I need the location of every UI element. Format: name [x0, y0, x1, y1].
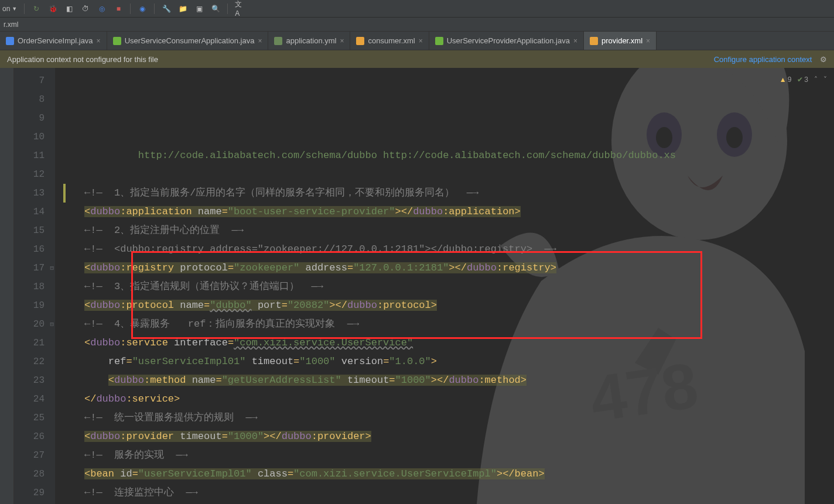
oks-count[interactable]: 3	[797, 70, 808, 89]
tab-label: OrderServiceImpl.java	[18, 36, 93, 45]
tab-application-yml[interactable]: application.yml×	[268, 32, 350, 50]
editor-tabs: OrderServiceImpl.java×UserServiceConsume…	[0, 32, 834, 50]
line-number[interactable]: 26	[14, 427, 45, 446]
line-number[interactable]: 17	[14, 259, 45, 277]
line-number[interactable]: 28	[14, 465, 45, 484]
line-number[interactable]: 18	[14, 277, 45, 296]
code-line[interactable]: ←!— 统一设置服务提供方的规则 —→	[61, 409, 834, 427]
close-icon[interactable]: ×	[419, 37, 423, 45]
line-number[interactable]: 12	[14, 165, 45, 184]
chevron-up-icon[interactable]: ˄	[814, 70, 818, 89]
file-icon	[356, 37, 364, 45]
code-line[interactable]: ←!— 4、暴露服务 ref：指向服务的真正的实现对象 —→	[61, 315, 834, 334]
code-line[interactable]: http://code.alibabatech.com/schema/dubbo…	[61, 146, 834, 165]
line-number[interactable]: 8	[14, 90, 45, 109]
line-number[interactable]: 16	[14, 240, 45, 259]
breadcrumb-text: r.xml	[4, 20, 18, 29]
chevron-down-icon[interactable]: ˅	[823, 70, 827, 89]
file-icon	[274, 37, 282, 45]
line-number[interactable]: 10	[14, 128, 45, 146]
tab-label: UserServiceConsumerApplication.java	[125, 36, 255, 45]
refresh-icon[interactable]: ↻	[32, 4, 41, 13]
code-line[interactable]: <dubbo:method name="getUserAddressList" …	[61, 371, 834, 390]
search-icon[interactable]: 🔍	[211, 4, 220, 13]
debug-bug-icon[interactable]: 🐞	[48, 4, 57, 13]
code-line[interactable]: ←!— 2、指定注册中心的位置 —→	[61, 221, 834, 240]
line-gutter[interactable]: 7891011121314151617181920212223242526272…	[14, 68, 55, 504]
line-number[interactable]: 9	[14, 109, 45, 128]
close-icon[interactable]: ×	[97, 37, 101, 45]
tab-label: consumer.xml	[368, 36, 415, 45]
file-icon	[6, 37, 14, 45]
code-line[interactable]: ←!— 3、指定通信规则（通信协议？通信端口） —→	[61, 277, 834, 296]
file-icon	[113, 37, 121, 45]
line-number[interactable]: 19	[14, 296, 45, 315]
file-icon	[435, 37, 443, 45]
code-line[interactable]: ←!— 连接监控中心 —→	[61, 484, 834, 502]
breadcrumb: r.xml	[0, 18, 834, 32]
code-line[interactable]: ref="userServiceImpl01" timeout="1000" v…	[61, 352, 834, 371]
tab-consumer-xml[interactable]: consumer.xml×	[350, 32, 429, 50]
warnings-count[interactable]: 9	[780, 70, 792, 89]
tab-label: UserServiceProviderApplication.java	[447, 36, 570, 45]
close-icon[interactable]: ×	[573, 37, 577, 45]
file-icon	[590, 37, 598, 45]
line-number[interactable]: 23	[14, 371, 45, 390]
gear-icon[interactable]: ⚙	[820, 55, 827, 64]
close-icon[interactable]: ×	[646, 37, 650, 45]
code-line[interactable]: ←!— 服务的实现 —→	[61, 446, 834, 465]
target-icon[interactable]: ◎	[97, 4, 107, 13]
close-icon[interactable]: ×	[258, 37, 262, 45]
line-number[interactable]: 11	[14, 146, 45, 165]
code-line[interactable]: <dubbo:service interface="com.xizi.servi…	[61, 334, 834, 352]
code-line[interactable]: <dubbo:registry protocol="zookeeper" add…	[61, 259, 834, 277]
line-number[interactable]: 14	[14, 203, 45, 221]
line-number[interactable]: 21	[14, 334, 45, 352]
code-line[interactable]: <dubbo:provider timeout="1000"></dubbo:p…	[61, 427, 834, 446]
profile-icon[interactable]: ⏱	[81, 4, 90, 13]
tab-label: application.yml	[286, 36, 336, 45]
configure-context-link[interactable]: Configure application context	[714, 55, 812, 64]
code-line[interactable]: ←!— <dubbo:registry address="zookeeper:/…	[61, 240, 834, 259]
tab-label: provider.xml	[601, 36, 642, 45]
run-config-dropdown[interactable]: on▼	[2, 5, 17, 13]
inspections-widget[interactable]: 9 3 ˄ ˅	[780, 70, 827, 89]
line-number[interactable]: 24	[14, 390, 45, 409]
line-number[interactable]: 29	[14, 484, 45, 502]
fold-icon[interactable]: ⊟	[50, 259, 54, 277]
line-number[interactable]: 25	[14, 409, 45, 427]
line-number[interactable]: 22	[14, 352, 45, 371]
code-area[interactable]: 9 3 ˄ ˅ http://code.alibabatech.com/sche…	[55, 68, 834, 504]
code-line[interactable]: </dubbo:service>	[61, 390, 834, 409]
editor: 7891011121314151617181920212223242526272…	[0, 68, 834, 504]
wrench-icon[interactable]: 🔧	[162, 4, 171, 13]
tab-orderserviceimpl-java[interactable]: OrderServiceImpl.java×	[0, 32, 107, 50]
line-number[interactable]: 13	[14, 184, 45, 203]
code-line[interactable]: <dubbo:application name="boot-user-servi…	[61, 203, 834, 221]
tab-userserviceproviderapplication-java[interactable]: UserServiceProviderApplication.java×	[429, 32, 584, 50]
structure-icon[interactable]: ▣	[194, 4, 204, 13]
line-number[interactable]: 15	[14, 221, 45, 240]
code-line[interactable]	[61, 165, 834, 184]
folder-icon[interactable]: 📁	[178, 4, 187, 13]
fold-icon[interactable]: ⊟	[50, 315, 54, 334]
line-number[interactable]: 20	[14, 315, 45, 334]
code-line[interactable]: <bean id="userServiceImpl01" class="com.…	[61, 465, 834, 484]
circle-icon[interactable]: ◉	[138, 4, 147, 13]
code-line[interactable]: ←!— 1、指定当前服务/应用的名字（同样的服务名字相同，不要和别的服务同名） …	[61, 184, 834, 203]
stop-icon[interactable]: ■	[114, 4, 123, 13]
tab-provider-xml[interactable]: provider.xml×	[584, 32, 657, 50]
tab-userserviceconsumerapplication-java[interactable]: UserServiceConsumerApplication.java×	[107, 32, 269, 50]
translate-icon[interactable]: 文A	[235, 4, 244, 13]
tool-window-stripe[interactable]	[0, 68, 14, 504]
close-icon[interactable]: ×	[340, 37, 344, 45]
line-number[interactable]: 7	[14, 71, 45, 90]
context-banner: Application context not configured for t…	[0, 50, 834, 68]
line-number[interactable]: 27	[14, 446, 45, 465]
banner-message: Application context not configured for t…	[7, 55, 158, 64]
main-toolbar: on▼ ↻ 🐞 ◧ ⏱ ◎ ■ ◉ 🔧 📁 ▣ 🔍 文A	[0, 0, 834, 18]
coverage-icon[interactable]: ◧	[64, 4, 74, 13]
code-line[interactable]: <dubbo:protocol name="dubbo" port="20882…	[61, 296, 834, 315]
